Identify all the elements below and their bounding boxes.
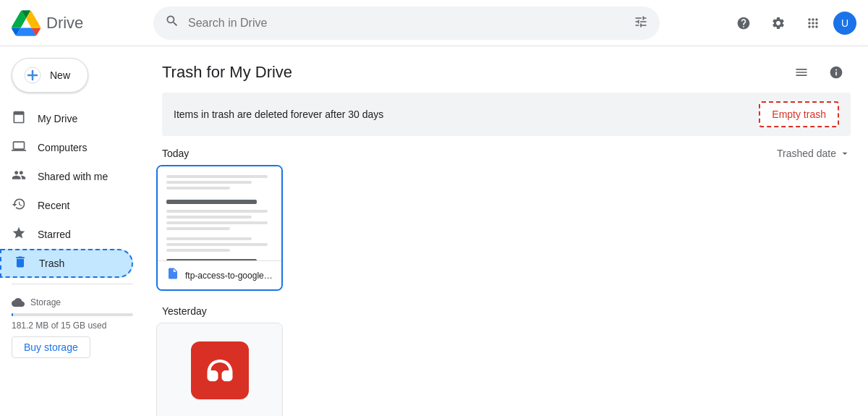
- file-thumbnail-app: [157, 323, 282, 416]
- sidebar-item-starred[interactable]: Starred: [0, 220, 133, 249]
- storage-label-row: Storage: [12, 296, 133, 309]
- search-filter-icon[interactable]: [634, 14, 648, 32]
- file-info-ftp-doc: ftp-access-to-google-driv...: [158, 260, 281, 289]
- sidebar-item-label: Shared with me: [38, 171, 108, 182]
- recent-icon: [12, 197, 26, 215]
- help-button[interactable]: [729, 9, 758, 38]
- computers-icon: [12, 139, 26, 157]
- search-bar[interactable]: [153, 7, 660, 40]
- sort-button[interactable]: Trashed date: [777, 148, 851, 159]
- page-title: Trash for My Drive: [162, 63, 292, 82]
- yesterday-section-title: Yesterday: [162, 305, 207, 317]
- starred-icon: [12, 226, 26, 244]
- settings-button[interactable]: [764, 9, 793, 38]
- cloud-icon: [12, 296, 25, 309]
- search-icon: [165, 14, 179, 32]
- sidebar-item-recent[interactable]: Recent: [0, 191, 133, 220]
- file-card-app[interactable]: Unknown app: [156, 323, 283, 416]
- sidebar-item-label: Recent: [38, 200, 69, 211]
- new-button[interactable]: New: [12, 58, 88, 93]
- storage-bar-background: [12, 313, 133, 316]
- storage-label-text: Storage: [30, 297, 61, 307]
- trash-notice-text: Items in trash are deleted forever after…: [174, 109, 383, 120]
- sidebar-item-shared[interactable]: Shared with me: [0, 162, 133, 191]
- list-view-button[interactable]: [787, 58, 816, 87]
- trash-icon: [13, 255, 27, 273]
- file-card-ftp-doc[interactable]: ftp-access-to-google-driv...: [156, 165, 283, 291]
- sort-label: Trashed date: [777, 148, 836, 159]
- storage-section: Storage 181.2 MB of 15 GB used Buy stora…: [0, 290, 145, 364]
- today-files-grid: ftp-access-to-google-driv...: [145, 165, 868, 291]
- sidebar-item-trash[interactable]: Trash: [0, 249, 133, 278]
- yesterday-files-grid: Unknown app: [145, 323, 868, 416]
- sidebar-item-label: Computers: [38, 142, 87, 153]
- app-icon-svg: [202, 352, 238, 389]
- buy-storage-button[interactable]: Buy storage: [12, 336, 90, 358]
- svg-rect-1: [202, 352, 238, 389]
- chevron-down-icon: [839, 148, 851, 159]
- logo-text: Drive: [46, 14, 83, 33]
- shared-icon: [12, 168, 26, 186]
- today-section-header: Today Trashed date: [145, 142, 868, 165]
- storage-bar-fill: [12, 313, 13, 316]
- new-plus-icon: [24, 67, 41, 84]
- user-avatar[interactable]: U: [833, 12, 856, 35]
- empty-trash-button[interactable]: Empty trash: [759, 101, 839, 127]
- sidebar-item-label: Trash: [39, 258, 64, 269]
- sidebar: New My Drive Computers Shared with me: [0, 46, 145, 416]
- drive-logo-icon: [12, 9, 41, 38]
- doc-preview: [158, 166, 281, 260]
- new-button-label: New: [50, 69, 70, 81]
- sidebar-divider: [12, 284, 133, 284]
- content-area: Trash for My Drive Items in trash are de…: [145, 46, 868, 416]
- info-button[interactable]: [822, 58, 851, 87]
- sidebar-item-computers[interactable]: Computers: [0, 133, 133, 162]
- apps-button[interactable]: [799, 9, 827, 38]
- sidebar-item-label: My Drive: [38, 113, 77, 124]
- storage-usage-text: 181.2 MB of 15 GB used: [12, 321, 133, 331]
- search-input[interactable]: [188, 17, 625, 30]
- trash-notice-bar: Items in trash are deleted forever after…: [162, 93, 851, 136]
- content-header-actions: [787, 58, 851, 87]
- file-thumbnail-ftp-doc: [158, 166, 281, 260]
- app-thumbnail: [191, 341, 249, 399]
- header: Drive U: [0, 0, 868, 46]
- file-name-ftp-doc: ftp-access-to-google-driv...: [185, 271, 273, 281]
- yesterday-section-header: Yesterday: [145, 300, 868, 323]
- my-drive-icon: [12, 110, 26, 128]
- logo-area: Drive: [12, 9, 142, 38]
- docs-file-icon: [166, 267, 179, 284]
- sidebar-item-label: Starred: [38, 229, 71, 240]
- header-right: U: [729, 9, 856, 38]
- content-header: Trash for My Drive: [145, 46, 868, 93]
- sidebar-item-my-drive[interactable]: My Drive: [0, 104, 133, 133]
- today-section-title: Today: [162, 148, 189, 159]
- main-layout: New My Drive Computers Shared with me: [0, 46, 868, 416]
